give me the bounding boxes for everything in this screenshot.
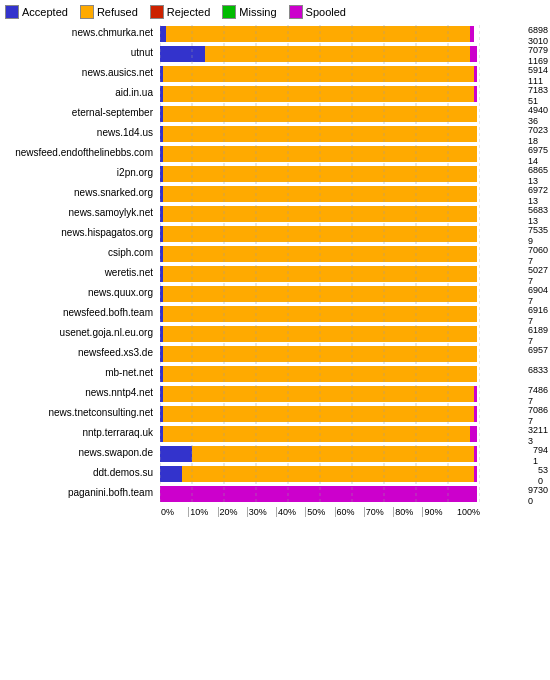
bar-spooled bbox=[474, 66, 477, 82]
legend-label-refused: Refused bbox=[97, 6, 138, 18]
row-label: news.samoylyk.net bbox=[5, 207, 157, 218]
bar-refused bbox=[163, 326, 477, 342]
legend: AcceptedRefusedRejectedMissingSpooled bbox=[5, 5, 545, 19]
bar-values: 7486 7 bbox=[528, 385, 548, 407]
bar-row: news.ausics.net5914 111 bbox=[160, 65, 545, 83]
bar-refused bbox=[163, 126, 477, 142]
bar-area: 53 0 bbox=[160, 466, 480, 482]
bar-row: paganini.bofh.team9730 0 bbox=[160, 485, 545, 503]
row-label: nntp.terraraq.uk bbox=[5, 427, 157, 438]
bar-area: 7086 7 bbox=[160, 406, 480, 422]
bar-row: aid.in.ua7183 51 bbox=[160, 85, 545, 103]
bar-refused bbox=[163, 106, 477, 122]
bar-area: 7023 18 bbox=[160, 126, 480, 142]
bar-refused bbox=[163, 346, 477, 362]
row-label: utnut bbox=[5, 47, 157, 58]
bar-spooled bbox=[474, 406, 477, 422]
bar-row: nntp.terraraq.uk3211 3 bbox=[160, 425, 545, 443]
x-tick: 80% bbox=[393, 507, 422, 517]
bar-values: 7535 9 bbox=[528, 225, 548, 247]
bar-area: 6916 7 bbox=[160, 306, 480, 322]
x-tick: 100% bbox=[452, 507, 480, 517]
bar-row: news.swapon.de794 1 bbox=[160, 445, 545, 463]
bar-spooled bbox=[474, 446, 477, 462]
bar-area: 6904 7 bbox=[160, 286, 480, 302]
bar-values: 7060 7 bbox=[528, 245, 548, 267]
bar-row: newsfeed.bofh.team6916 7 bbox=[160, 305, 545, 323]
bar-refused bbox=[163, 206, 477, 222]
bar-values: 7183 51 bbox=[528, 85, 548, 107]
bar-values: 7023 18 bbox=[528, 125, 548, 147]
bar-values: 6898 3010 bbox=[528, 25, 548, 47]
bar-refused bbox=[163, 86, 473, 102]
x-tick: 30% bbox=[247, 507, 276, 517]
bar-values: 6975 14 bbox=[528, 145, 548, 167]
bar-values: 6865 13 bbox=[528, 165, 548, 187]
row-label: weretis.net bbox=[5, 267, 157, 278]
row-label: newsfeed.xs3.de bbox=[5, 347, 157, 358]
bar-row: news.hispagatos.org7535 9 bbox=[160, 225, 545, 243]
legend-item-spooled: Spooled bbox=[289, 5, 346, 19]
bar-row: i2pn.org6865 13 bbox=[160, 165, 545, 183]
bars-wrapper: news.chmurka.net6898 3010utnut7079 1169n… bbox=[160, 25, 545, 505]
bar-row: utnut7079 1169 bbox=[160, 45, 545, 63]
legend-label-accepted: Accepted bbox=[22, 6, 68, 18]
legend-item-missing: Missing bbox=[222, 5, 276, 19]
bar-area: 6833 bbox=[160, 366, 480, 382]
bar-values: 7079 1169 bbox=[528, 45, 548, 67]
bar-values: 7086 7 bbox=[528, 405, 548, 427]
row-label: newsfeed.bofh.team bbox=[5, 307, 157, 318]
bar-row: usenet.goja.nl.eu.org6189 7 bbox=[160, 325, 545, 343]
bar-refused bbox=[163, 166, 477, 182]
bar-values: 5683 13 bbox=[528, 205, 548, 227]
row-label: eternal-september bbox=[5, 107, 157, 118]
bar-values: 6916 7 bbox=[528, 305, 548, 327]
bar-area: 6865 13 bbox=[160, 166, 480, 182]
bar-values: 6189 7 bbox=[528, 325, 548, 347]
x-tick: 50% bbox=[305, 507, 334, 517]
bar-spooled bbox=[474, 466, 477, 482]
bar-area: 794 1 bbox=[160, 446, 480, 462]
bar-refused bbox=[205, 46, 471, 62]
bar-spooled bbox=[470, 26, 473, 42]
row-label: news.ausics.net bbox=[5, 67, 157, 78]
bar-row: ddt.demos.su53 0 bbox=[160, 465, 545, 483]
bar-refused bbox=[192, 446, 474, 462]
legend-color-accepted bbox=[5, 5, 19, 19]
legend-item-rejected: Rejected bbox=[150, 5, 210, 19]
row-label: news.tnetconsulting.net bbox=[5, 407, 157, 418]
bar-row: news.samoylyk.net5683 13 bbox=[160, 205, 545, 223]
row-label: aid.in.ua bbox=[5, 87, 157, 98]
bar-area: 7535 9 bbox=[160, 226, 480, 242]
bar-refused bbox=[182, 466, 473, 482]
bar-values: 4940 36 bbox=[528, 105, 548, 127]
bar-row: news.nntp4.net7486 7 bbox=[160, 385, 545, 403]
bar-spooled bbox=[474, 386, 477, 402]
bar-area: 7486 7 bbox=[160, 386, 480, 402]
row-label: news.snarked.org bbox=[5, 187, 157, 198]
chart-area: news.chmurka.net6898 3010utnut7079 1169n… bbox=[5, 25, 545, 517]
bar-area: 7079 1169 bbox=[160, 46, 480, 62]
bar-refused bbox=[166, 26, 470, 42]
x-tick: 90% bbox=[422, 507, 451, 517]
bar-refused bbox=[163, 386, 473, 402]
row-label: news.chmurka.net bbox=[5, 27, 157, 38]
bar-refused bbox=[163, 146, 477, 162]
bar-area: 6957 bbox=[160, 346, 480, 362]
bar-row: news.1d4.us7023 18 bbox=[160, 125, 545, 143]
bar-values: 5027 7 bbox=[528, 265, 548, 287]
bar-row: weretis.net5027 7 bbox=[160, 265, 545, 283]
row-label: i2pn.org bbox=[5, 167, 157, 178]
bar-values: 53 0 bbox=[538, 465, 548, 487]
chart-container: AcceptedRefusedRejectedMissingSpooled ne… bbox=[0, 0, 550, 680]
x-tick: 10% bbox=[188, 507, 217, 517]
bar-area: 6972 13 bbox=[160, 186, 480, 202]
x-tick: 0% bbox=[160, 507, 188, 517]
bar-row: newsfeed.endofthelinebbs.com6975 14 bbox=[160, 145, 545, 163]
x-axis: 0%10%20%30%40%50%60%70%80%90%100% bbox=[160, 507, 480, 517]
legend-item-accepted: Accepted bbox=[5, 5, 68, 19]
bar-values: 9730 0 bbox=[528, 485, 548, 507]
bar-area: 5027 7 bbox=[160, 266, 480, 282]
x-tick: 70% bbox=[364, 507, 393, 517]
row-label: newsfeed.endofthelinebbs.com bbox=[5, 147, 157, 158]
